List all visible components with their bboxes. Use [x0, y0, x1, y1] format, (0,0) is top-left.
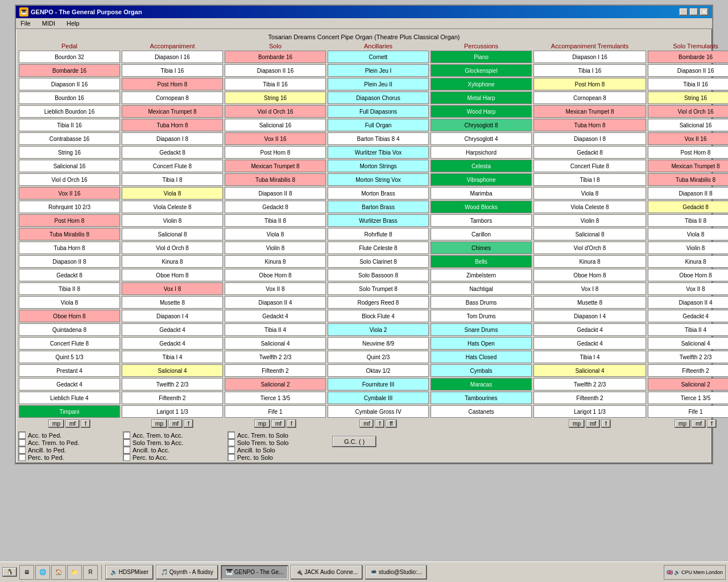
stop-btn-acctrem-1[interactable]: Tibia I 16 [533, 64, 646, 77]
stop-btn-acctrem-18[interactable]: Musette 8 [533, 296, 646, 309]
stop-btn-percussions-1[interactable]: Glockenspiel [431, 64, 532, 77]
stop-btn-pedal-23[interactable]: Prestant 4 [19, 364, 120, 377]
stop-btn-solotrem-14[interactable]: Violin 8 [648, 242, 728, 254]
stop-btn-pedal-8[interactable]: Salicional 16 [19, 160, 120, 172]
stop-btn-acctrem-21[interactable]: Gedackt 4 [533, 337, 646, 350]
stop-btn-acctrem-10[interactable]: Viola 8 [533, 187, 646, 199]
stop-btn-solotrem-9[interactable]: Tuba Mirabilis 8 [648, 173, 728, 186]
stop-btn-pedal-21[interactable]: Concert Flute 8 [19, 337, 120, 350]
stop-btn-accompaniment-24[interactable]: Twelfth 2 2/3 [122, 378, 223, 390]
stop-btn-accompaniment-8[interactable]: Concert Flute 8 [122, 160, 223, 172]
vol-solotrem-mp[interactable]: mp [675, 419, 690, 428]
stop-btn-ancillaries-15[interactable]: Solo Clarinet 8 [328, 255, 429, 268]
stop-btn-accompaniment-26[interactable]: Larigot 1 1/3 [122, 405, 223, 418]
stop-btn-accompaniment-10[interactable]: Viola 8 [122, 187, 223, 199]
stop-btn-pedal-13[interactable]: Tuba Mirabilis 8 [19, 228, 120, 240]
stop-btn-ancillaries-16[interactable]: Solo Bassoon 8 [328, 269, 429, 281]
stop-btn-ancillaries-23[interactable]: Oktav 1/2 [328, 364, 429, 377]
stop-btn-percussions-20[interactable]: Snare Drums [431, 323, 532, 336]
stop-btn-percussions-6[interactable]: Chrysoglott 4 [431, 132, 532, 145]
vol-pedal-mp[interactable]: mp [48, 419, 64, 428]
stop-btn-ancillaries-1[interactable]: Plein Jeu I [328, 64, 429, 77]
stop-btn-ancillaries-18[interactable]: Rodgers Reed 8 [328, 296, 429, 309]
checkbox-acctrem-to-solo[interactable] [228, 431, 235, 439]
stop-btn-pedal-7[interactable]: String 16 [19, 146, 120, 159]
stop-btn-acctrem-14[interactable]: Viol d'Orch 8 [533, 242, 646, 254]
stop-btn-ancillaries-21[interactable]: Neuvime 8/9 [328, 337, 429, 350]
stop-btn-solo-24[interactable]: Salicional 2 [225, 378, 326, 390]
stop-btn-ancillaries-11[interactable]: Barton Brass [328, 201, 429, 213]
stop-btn-accompaniment-18[interactable]: Musette 8 [122, 296, 223, 309]
stop-btn-percussions-13[interactable]: Carillon [431, 228, 532, 240]
stop-btn-solo-1[interactable]: Diapason II 16 [225, 64, 326, 77]
stop-btn-pedal-1[interactable]: Bombarde 16 [19, 64, 120, 77]
stop-btn-solo-11[interactable]: Gedackt 8 [225, 201, 326, 213]
stop-btn-accompaniment-22[interactable]: Tibia I 4 [122, 351, 223, 363]
stop-btn-acctrem-25[interactable]: Fifteenth 2 [533, 392, 646, 404]
stop-btn-ancillaries-8[interactable]: Morton Strings [328, 160, 429, 172]
stop-btn-pedal-20[interactable]: Quintadena 8 [19, 323, 120, 336]
stop-btn-acctrem-20[interactable]: Gedackt 4 [533, 323, 646, 336]
quicklaunch-5[interactable]: R [83, 565, 98, 580]
stop-btn-solo-5[interactable]: Salicional 16 [225, 119, 326, 131]
vol-acctrem-f[interactable]: f [601, 419, 611, 428]
close-button[interactable]: ✕ [700, 8, 709, 16]
stop-btn-ancillaries-10[interactable]: Morton Brass [328, 187, 429, 199]
stop-btn-percussions-22[interactable]: Hats Closed [431, 351, 532, 363]
vol-solo-mp[interactable]: mp [254, 419, 270, 428]
window-controls[interactable]: _ □ ✕ [679, 8, 709, 16]
stop-btn-pedal-18[interactable]: Viola 8 [19, 296, 120, 309]
checkbox-perc-to-acc[interactable] [123, 454, 130, 461]
checkbox-ancill-to-ped[interactable] [18, 446, 26, 454]
stop-btn-pedal-4[interactable]: Lieblich Bourdon 16 [19, 105, 120, 118]
vol-solo-mf[interactable]: mf [271, 419, 286, 428]
stop-btn-accompaniment-7[interactable]: Gedackt 8 [122, 146, 223, 159]
stop-btn-ancillaries-12[interactable]: Wurlitzer Brass [328, 214, 429, 227]
stop-btn-solotrem-3[interactable]: String 16 [648, 92, 728, 104]
stop-btn-percussions-3[interactable]: Metal Harp [431, 92, 532, 104]
taskbar-studio[interactable]: 💻 studio@Studio:... [365, 565, 427, 580]
stop-btn-ancillaries-20[interactable]: Viola 2 [328, 323, 429, 336]
stop-btn-pedal-3[interactable]: Bourdon 16 [19, 92, 120, 104]
vol-acc-mp[interactable]: mp [151, 419, 167, 428]
stop-btn-solotrem-8[interactable]: Mexican Trumpet 8 [648, 160, 728, 172]
stop-btn-accompaniment-1[interactable]: Tibia I 16 [122, 64, 223, 77]
stop-btn-pedal-15[interactable]: Diapason II 8 [19, 255, 120, 268]
stop-btn-accompaniment-20[interactable]: Gedackt 4 [122, 323, 223, 336]
start-button[interactable]: 🐧 [2, 567, 17, 577]
stop-btn-solo-3[interactable]: String 16 [225, 92, 326, 104]
stop-btn-solotrem-5[interactable]: Salicional 16 [648, 119, 728, 131]
stop-btn-ancillaries-0[interactable]: Cornett [328, 51, 429, 63]
stop-btn-ancillaries-26[interactable]: Cymbale Gross IV [328, 405, 429, 418]
vol-acc-f[interactable]: f [184, 419, 193, 428]
stop-btn-percussions-10[interactable]: Marimba [431, 187, 532, 199]
stop-btn-ancillaries-7[interactable]: Wurlitzer Tibia Vox [328, 146, 429, 159]
quicklaunch-4[interactable]: 📁 [67, 565, 82, 580]
stop-btn-accompaniment-23[interactable]: Salicional 4 [122, 364, 223, 377]
stop-btn-solo-10[interactable]: Diapason II 8 [225, 187, 326, 199]
stop-btn-solo-12[interactable]: Tibia II 8 [225, 214, 326, 227]
stop-btn-solotrem-26[interactable]: Fife 1 [648, 405, 728, 418]
stop-btn-solotrem-0[interactable]: Bombarde 16 [648, 51, 728, 63]
stop-btn-solo-2[interactable]: Tibia II 16 [225, 78, 326, 90]
stop-btn-ancillaries-19[interactable]: Block Flute 4 [328, 310, 429, 322]
checkbox-ancill-to-solo[interactable] [228, 446, 235, 454]
vol-anc-f[interactable]: f [375, 419, 384, 428]
stop-btn-percussions-4[interactable]: Wood Harp [431, 105, 532, 118]
stop-btn-accompaniment-16[interactable]: Oboe Horn 8 [122, 269, 223, 281]
stop-btn-accompaniment-19[interactable]: Diapason I 4 [122, 310, 223, 322]
stop-btn-solotrem-10[interactable]: Diapason II 8 [648, 187, 728, 199]
stop-btn-percussions-26[interactable]: Castanets [431, 405, 532, 418]
stop-btn-percussions-24[interactable]: Maracas [431, 378, 532, 390]
stop-btn-acctrem-7[interactable]: Gedackt 8 [533, 146, 646, 159]
stop-btn-solotrem-20[interactable]: Tibia II 4 [648, 323, 728, 336]
stop-btn-acctrem-13[interactable]: Salicional 8 [533, 228, 646, 240]
stop-btn-acctrem-12[interactable]: Violin 8 [533, 214, 646, 227]
stop-btn-solo-15[interactable]: Kinura 8 [225, 255, 326, 268]
stop-btn-solo-6[interactable]: Vox II 16 [225, 132, 326, 145]
vol-acc-mf[interactable]: mf [168, 419, 183, 428]
stop-btn-solo-22[interactable]: Twelfth 2 2/3 [225, 351, 326, 363]
stop-btn-solo-9[interactable]: Tuba Mirabilis 8 [225, 173, 326, 186]
stop-btn-pedal-12[interactable]: Post Horn 8 [19, 214, 120, 227]
stop-btn-accompaniment-2[interactable]: Post Horn 8 [122, 78, 223, 90]
